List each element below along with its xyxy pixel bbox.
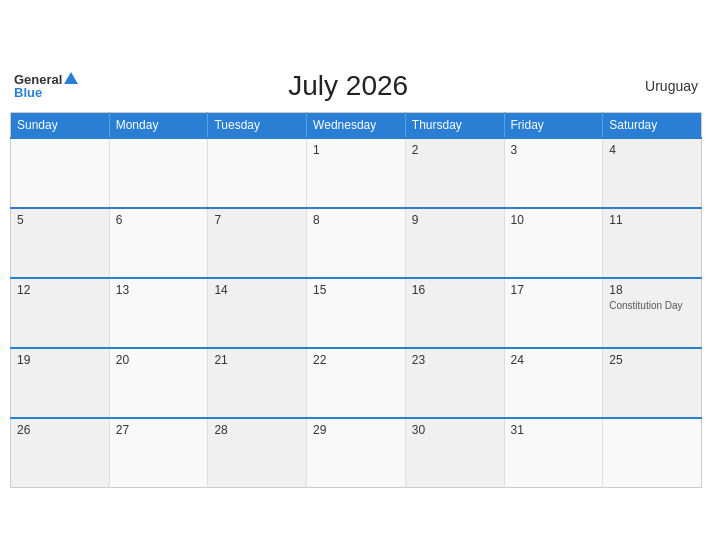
calendar-header: General Blue July 2026 Uruguay [10, 62, 702, 112]
calendar-cell: 11 [603, 208, 702, 278]
day-number: 21 [214, 353, 300, 367]
day-number: 31 [511, 423, 597, 437]
day-number: 29 [313, 423, 399, 437]
event-text: Constitution Day [609, 299, 695, 312]
calendar-cell: 16 [405, 278, 504, 348]
calendar-cell [109, 138, 208, 208]
header-saturday: Saturday [603, 112, 702, 138]
calendar-cell: 4 [603, 138, 702, 208]
day-number: 15 [313, 283, 399, 297]
day-number: 30 [412, 423, 498, 437]
day-number: 10 [511, 213, 597, 227]
calendar-cell: 2 [405, 138, 504, 208]
country-label: Uruguay [618, 78, 698, 94]
calendar-week-row: 12131415161718Constitution Day [11, 278, 702, 348]
calendar-cell: 9 [405, 208, 504, 278]
day-number: 23 [412, 353, 498, 367]
weekday-header-row: Sunday Monday Tuesday Wednesday Thursday… [11, 112, 702, 138]
calendar-week-row: 1234 [11, 138, 702, 208]
day-number: 26 [17, 423, 103, 437]
calendar-cell: 25 [603, 348, 702, 418]
calendar-cell: 18Constitution Day [603, 278, 702, 348]
day-number: 28 [214, 423, 300, 437]
calendar-cell: 5 [11, 208, 110, 278]
calendar-week-row: 262728293031 [11, 418, 702, 488]
header-wednesday: Wednesday [307, 112, 406, 138]
logo-blue-text: Blue [14, 86, 42, 99]
day-number: 20 [116, 353, 202, 367]
calendar-cell: 23 [405, 348, 504, 418]
calendar-cell: 12 [11, 278, 110, 348]
calendar-cell: 7 [208, 208, 307, 278]
calendar-cell: 31 [504, 418, 603, 488]
day-number: 17 [511, 283, 597, 297]
calendar-cell: 21 [208, 348, 307, 418]
calendar-cell: 3 [504, 138, 603, 208]
day-number: 14 [214, 283, 300, 297]
day-number: 24 [511, 353, 597, 367]
calendar-cell: 24 [504, 348, 603, 418]
calendar-week-row: 567891011 [11, 208, 702, 278]
day-number: 9 [412, 213, 498, 227]
header-sunday: Sunday [11, 112, 110, 138]
day-number: 11 [609, 213, 695, 227]
logo: General Blue [14, 72, 78, 99]
day-number: 6 [116, 213, 202, 227]
calendar-cell: 27 [109, 418, 208, 488]
calendar-cell: 17 [504, 278, 603, 348]
day-number: 19 [17, 353, 103, 367]
calendar-cell: 20 [109, 348, 208, 418]
calendar-cell: 22 [307, 348, 406, 418]
calendar-cell [208, 138, 307, 208]
calendar-title: July 2026 [78, 70, 618, 102]
calendar-cell: 8 [307, 208, 406, 278]
header-friday: Friday [504, 112, 603, 138]
calendar-cell: 1 [307, 138, 406, 208]
day-number: 5 [17, 213, 103, 227]
calendar-cell: 19 [11, 348, 110, 418]
calendar-cell: 6 [109, 208, 208, 278]
calendar-grid: Sunday Monday Tuesday Wednesday Thursday… [10, 112, 702, 489]
calendar-cell [603, 418, 702, 488]
day-number: 7 [214, 213, 300, 227]
header-monday: Monday [109, 112, 208, 138]
calendar-cell [11, 138, 110, 208]
logo-triangle-icon [64, 72, 78, 84]
calendar-wrapper: General Blue July 2026 Uruguay Sunday Mo… [10, 62, 702, 489]
day-number: 13 [116, 283, 202, 297]
day-number: 25 [609, 353, 695, 367]
day-number: 2 [412, 143, 498, 157]
day-number: 3 [511, 143, 597, 157]
calendar-cell: 14 [208, 278, 307, 348]
calendar-cell: 10 [504, 208, 603, 278]
day-number: 8 [313, 213, 399, 227]
header-tuesday: Tuesday [208, 112, 307, 138]
day-number: 22 [313, 353, 399, 367]
day-number: 1 [313, 143, 399, 157]
day-number: 16 [412, 283, 498, 297]
calendar-cell: 26 [11, 418, 110, 488]
calendar-cell: 29 [307, 418, 406, 488]
header-thursday: Thursday [405, 112, 504, 138]
calendar-cell: 30 [405, 418, 504, 488]
calendar-week-row: 19202122232425 [11, 348, 702, 418]
calendar-cell: 13 [109, 278, 208, 348]
day-number: 4 [609, 143, 695, 157]
day-number: 27 [116, 423, 202, 437]
day-number: 18 [609, 283, 695, 297]
day-number: 12 [17, 283, 103, 297]
logo-general-text: General [14, 73, 62, 86]
calendar-cell: 15 [307, 278, 406, 348]
calendar-cell: 28 [208, 418, 307, 488]
